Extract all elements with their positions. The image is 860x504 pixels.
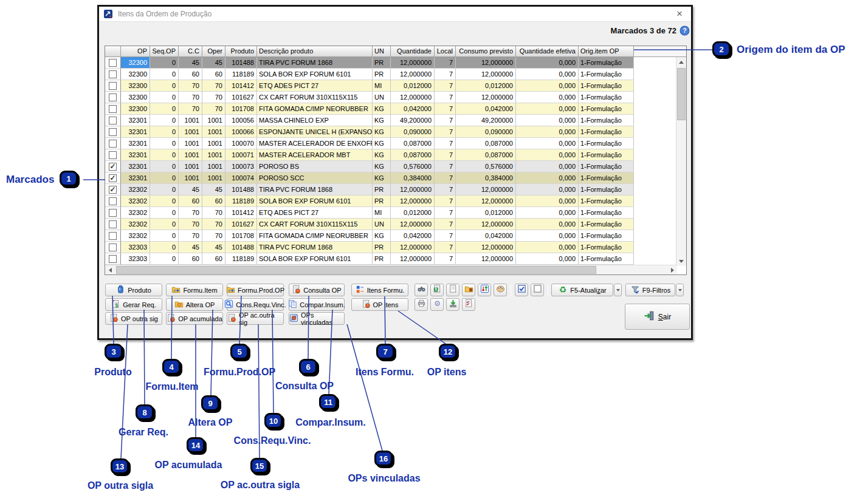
palette-button[interactable] <box>494 284 507 296</box>
table-row[interactable]: 32301010011001100056MASSA CHINELO EXPKG4… <box>105 115 665 126</box>
op-outra-sig-button[interactable]: OP outra sig <box>105 312 162 325</box>
gerar-req-button[interactable]: $Gerar Req. <box>105 298 162 311</box>
produto-button[interactable]: Produto <box>105 284 162 296</box>
row-checkbox[interactable] <box>109 82 117 90</box>
row-checkbox[interactable] <box>109 220 117 228</box>
sair-exit-button[interactable]: Sair <box>625 304 690 330</box>
op-ac-outra-sig-button[interactable]: OP ac.outra sig <box>227 312 284 325</box>
cell: 32300 <box>121 57 150 69</box>
itens-formu-button[interactable]: Itens Formu. <box>351 284 408 296</box>
gear-button[interactable]: ⚙ <box>430 298 444 311</box>
table-row[interactable]: 3230207070101708FITA GOMADA C/IMP NEORUB… <box>105 230 665 242</box>
close-icon[interactable]: × <box>673 7 686 21</box>
scroll-up-icon[interactable] <box>676 57 686 67</box>
table-row[interactable]: 3230206060118189SOLA BOR EXP FORUM 6101P… <box>105 196 665 207</box>
row-checkbox[interactable] <box>109 140 117 148</box>
row-checkbox-checked[interactable]: ✓ <box>109 163 117 171</box>
scroll-down-icon[interactable] <box>676 256 686 266</box>
table-row[interactable]: 3230006060118189SOLA BOR EXP FORUM 6101P… <box>105 69 665 80</box>
cell: 0,576000 <box>456 161 516 172</box>
vertical-scroll-thumb[interactable] <box>677 68 686 120</box>
document-button[interactable] <box>446 284 459 296</box>
help-icon[interactable]: ? <box>679 26 690 36</box>
row-checkbox-checked[interactable]: ✓ <box>109 186 117 194</box>
op-acumulada-button[interactable]: OP acumulada <box>166 312 223 325</box>
row-checkbox[interactable] <box>109 59 117 67</box>
column-header-OP[interactable]: OP <box>121 46 150 57</box>
column-header-Consumo previsto[interactable]: Consumo previsto <box>456 46 516 57</box>
check-off-button[interactable] <box>531 284 544 296</box>
cell: KG <box>373 161 391 172</box>
table-row[interactable]: 32301010011001100070MASTER ACELERADOR DE… <box>105 138 665 149</box>
row-checkbox[interactable] <box>109 128 117 136</box>
scroll-left-icon[interactable] <box>105 265 115 274</box>
op-itens-button[interactable]: OP itens <box>351 298 408 311</box>
column-header-UN[interactable]: UN <box>373 46 391 57</box>
table-row[interactable]: 32301010011001100071MASTER ACELERADOR MB… <box>105 149 665 161</box>
row-checkbox-checked[interactable]: ✓ <box>109 174 117 182</box>
table-row[interactable]: 3230207070101627CX CART FORUM 310X115X11… <box>105 219 665 230</box>
horizontal-scrollbar[interactable] <box>105 265 677 274</box>
compar-insum-button[interactable]: Compar.Insum. <box>289 298 345 311</box>
table-row[interactable]: ✓3230204545101488TIRA PVC FORUM 1868PR12… <box>105 184 665 196</box>
altera-op-button[interactable]: Altera OP <box>166 298 223 311</box>
formu-item-button[interactable]: Formu.Item <box>166 284 223 296</box>
row-checkbox[interactable] <box>109 209 117 217</box>
row-checkbox[interactable] <box>109 255 117 263</box>
row-checkbox[interactable] <box>109 117 117 124</box>
sort-icon <box>480 284 489 296</box>
vertical-scrollbar[interactable] <box>676 57 686 266</box>
copy-docs-icon <box>288 299 297 310</box>
consulta-op-button[interactable]: Consulta OP <box>289 284 345 296</box>
checklist-button[interactable] <box>462 298 475 311</box>
binoculars-button[interactable] <box>415 284 428 296</box>
column-header-Seq.OP[interactable]: Seq.OP <box>150 46 179 57</box>
excel-button[interactable]: X <box>430 284 444 296</box>
table-row[interactable]: ✓32301010011001100074POROSO SCCKG0,38400… <box>105 172 665 184</box>
table-row[interactable]: 32301010011001100066ESPONJANTE UNICEL H … <box>105 126 665 138</box>
column-header-Quantidade[interactable]: Quantidade <box>391 46 435 57</box>
horizontal-scroll-thumb[interactable] <box>116 266 596 274</box>
ops-vinculadas-button[interactable]: OPs vinculadas <box>289 312 345 325</box>
row-checkbox[interactable] <box>109 151 117 159</box>
column-header-Produto[interactable]: Produto <box>225 46 257 57</box>
folder-export-button[interactable] <box>462 284 475 296</box>
cell: 32300 <box>121 69 150 80</box>
column-header-checkbox[interactable] <box>105 46 121 57</box>
cell: 60 <box>202 253 225 265</box>
column-header-Oper[interactable]: Oper <box>202 46 225 57</box>
refresh-dropdown[interactable] <box>614 284 622 296</box>
row-checkbox[interactable] <box>109 94 117 101</box>
f9-filters-button[interactable]: F9-Filtros <box>625 284 675 296</box>
table-row[interactable]: 3230207070101412ETQ ADES PICT 27MI0,0120… <box>105 207 665 219</box>
row-checkbox[interactable] <box>109 197 117 205</box>
sort-button[interactable] <box>478 284 491 296</box>
table-row[interactable]: 3230007070101627CX CART FORUM 310X115X11… <box>105 92 665 103</box>
filters-dropdown[interactable] <box>676 284 684 296</box>
column-header-C.C[interactable]: C.C <box>179 46 202 57</box>
svg-text:⚙: ⚙ <box>434 299 441 308</box>
column-header-Descrição produto[interactable]: Descrição produto <box>257 46 373 57</box>
column-header-Orig.item OP[interactable]: Orig.item OP <box>579 46 634 57</box>
cell: 70 <box>202 80 225 92</box>
table-row[interactable]: 3230007070101708FITA GOMADA C/IMP NEORUB… <box>105 103 665 115</box>
row-checkbox[interactable] <box>109 232 117 240</box>
table-row[interactable]: 3230004545101488TIRA PVC FORUM 1868PR12,… <box>105 57 665 69</box>
table-row[interactable]: 3230306060118189SOLA BOR EXP FORUM 6101P… <box>105 253 665 265</box>
table-row[interactable]: 3230304545101488TIRA PVC FORUM 1868PR12,… <box>105 242 665 253</box>
cons-requ-vinc-button[interactable]: Cons.Requ.Vinc. <box>227 298 284 311</box>
install-button[interactable] <box>446 298 459 311</box>
check-on-button[interactable] <box>515 284 528 296</box>
row-checkbox[interactable] <box>109 243 117 251</box>
f5-refresh-button[interactable]: ♻F5-Atualizar <box>551 284 613 296</box>
table-row[interactable]: 3230007070101412ETQ ADES PICT 27MI0,0120… <box>105 80 665 92</box>
scroll-right-icon[interactable] <box>667 265 677 274</box>
column-header-Quantidade efetiva[interactable]: Quantidade efetiva <box>516 46 579 57</box>
cell: 12,000000 <box>391 57 435 69</box>
row-checkbox[interactable] <box>109 105 117 113</box>
printer-button[interactable] <box>415 298 428 311</box>
table-row[interactable]: ✓32301010011001100073POROSO BSKG0,576000… <box>105 161 665 172</box>
row-checkbox[interactable] <box>109 70 117 78</box>
formu-prod-op-button[interactable]: Formu.Prod.OP <box>227 284 284 296</box>
column-header-Local[interactable]: Local <box>435 46 456 57</box>
